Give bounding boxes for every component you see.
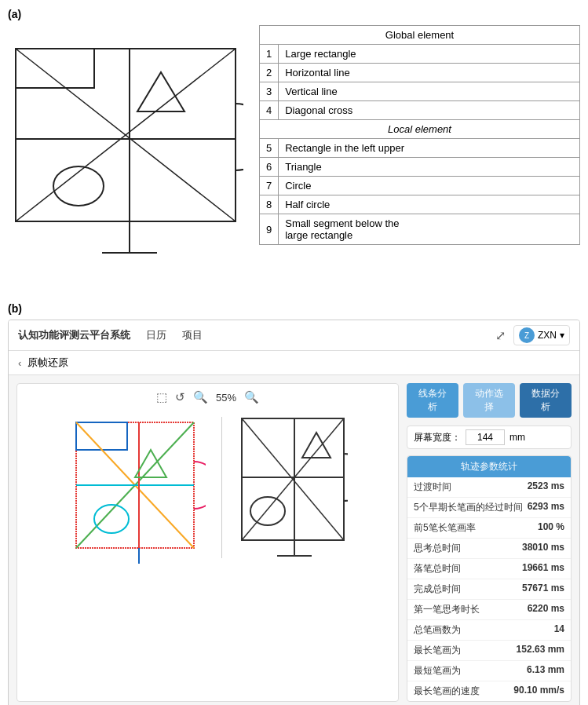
stat-label: 总笔画数为 — [414, 623, 461, 637]
stat-row: 过渡时间2523 ms — [407, 477, 571, 498]
table-row: 3 Vertical line — [260, 82, 580, 101]
stat-row: 总笔画数为14 — [407, 620, 571, 641]
screen-width-unit: mm — [509, 432, 525, 443]
global-header-row: Global element — [260, 26, 580, 45]
select-icon[interactable]: ⬚ — [156, 390, 167, 404]
stat-label: 前5笔长笔画率 — [414, 521, 476, 535]
table-row: 8 Half circle — [260, 195, 580, 214]
table-row: 1 Large rectangle — [260, 45, 580, 64]
stat-value: 14 — [554, 623, 564, 637]
svg-rect-11 — [76, 422, 127, 450]
stat-row: 落笔总时间19661 ms — [407, 559, 571, 579]
global-header-cell: Global element — [260, 26, 580, 45]
line-analysis-button[interactable]: 线条分析 — [407, 383, 458, 418]
row-num: 7 — [260, 177, 279, 195]
local-header-row: Local element — [260, 120, 580, 139]
app-window: 认知功能评测云平台系统 日历 项目 ⤢ Z ZXN ▾ ‹ 原帧还原 — [8, 320, 580, 705]
stat-row: 完成总时间57671 ms — [407, 579, 571, 600]
right-panel: 线条分析 动作选择 数据分析 屏幕宽度： mm 轨迹参数统计 过渡时间2523 … — [407, 383, 572, 702]
canvas-drawings — [24, 411, 392, 564]
row-num: 9 — [260, 214, 279, 245]
stat-row: 最短笔画为6.13 mm — [407, 661, 571, 681]
stat-label: 最长笔画为 — [414, 644, 461, 657]
stat-value: 6.13 mm — [527, 664, 564, 678]
stat-label: 落笔总时间 — [414, 562, 461, 575]
stat-label: 思考总时间 — [414, 542, 461, 555]
reference-drawing-svg — [238, 411, 348, 564]
svg-point-17 — [94, 505, 129, 533]
action-select-button[interactable]: 动作选择 — [463, 383, 515, 418]
row-label: Triangle — [279, 158, 580, 177]
row-num: 5 — [260, 139, 279, 158]
user-initials: Z — [524, 331, 529, 340]
user-drawing-svg — [68, 411, 206, 564]
table-row: 7 Circle — [260, 177, 580, 195]
user-avatar: Z — [519, 327, 535, 343]
row-num: 3 — [260, 82, 279, 101]
table-row: 4 Diagonal cross — [260, 101, 580, 120]
canvas-toolbar: ⬚ ↺ 🔍 55% 🔍 — [24, 390, 392, 404]
stat-label: 最长笔画的速度 — [414, 685, 480, 698]
row-label: Half circle — [279, 195, 580, 214]
stat-label: 第一笔思考时长 — [414, 603, 480, 616]
row-num: 1 — [260, 45, 279, 64]
section-a: (a) — [8, 8, 580, 287]
stat-row: 第一笔思考时长6220 ms — [407, 600, 571, 620]
stat-label: 过渡时间 — [414, 480, 451, 494]
row-num: 4 — [260, 101, 279, 120]
zoom-level: 55% — [216, 392, 236, 404]
stats-header: 轨迹参数统计 — [407, 456, 571, 477]
section-a-label: (a) — [8, 8, 580, 20]
back-button[interactable]: ‹ — [18, 357, 21, 369]
undo-icon[interactable]: ↺ — [175, 390, 185, 404]
table-row: 6 Triangle — [260, 158, 580, 177]
screen-width-input[interactable] — [466, 429, 505, 445]
table-row: 9 Small segment below thelarge rectangle — [260, 214, 580, 245]
row-num: 2 — [260, 64, 279, 82]
drawing-area — [8, 25, 243, 287]
element-table: Global element 1 Large rectangle 2 Horiz… — [259, 25, 580, 245]
svg-marker-25 — [302, 433, 331, 458]
canvas-divider — [221, 417, 222, 558]
row-label: Small segment below thelarge rectangle — [279, 214, 580, 245]
nav-project[interactable]: 项目 — [182, 328, 203, 342]
stat-value: 2523 ms — [528, 480, 564, 494]
data-analysis-button[interactable]: 数据分析 — [520, 383, 572, 418]
stat-label: 完成总时间 — [414, 583, 461, 596]
stat-value: 6220 ms — [528, 603, 564, 616]
nav-calendar[interactable]: 日历 — [146, 328, 166, 342]
stat-value: 100 % — [538, 521, 564, 535]
app-title: 认知功能评测云平台系统 — [18, 328, 130, 342]
screen-width-row: 屏幕宽度： mm — [407, 426, 572, 449]
user-badge[interactable]: Z ZXN ▾ — [513, 325, 570, 345]
local-header-cell: Local element — [260, 120, 580, 139]
svg-point-24 — [250, 497, 285, 525]
expand-icon[interactable]: ⤢ — [495, 328, 506, 343]
stat-value: 57671 ms — [522, 583, 564, 596]
stat-value: 6293 ms — [528, 501, 564, 514]
page-title: 原帧还原 — [27, 356, 68, 370]
chevron-down-icon: ▾ — [560, 330, 564, 341]
svg-rect-5 — [16, 49, 94, 88]
row-label: Horizontal line — [279, 64, 580, 82]
row-label: Large rectangle — [279, 45, 580, 64]
stat-label: 5个早期长笔画的经过时间 — [414, 501, 523, 514]
sub-header: ‹ 原帧还原 — [9, 351, 579, 375]
stat-label: 最短笔画为 — [414, 664, 461, 678]
row-num: 8 — [260, 195, 279, 214]
stat-value: 152.63 mm — [517, 644, 564, 657]
stats-list: 过渡时间2523 ms5个早期长笔画的经过时间6293 ms前5笔长笔画率100… — [407, 477, 571, 701]
row-label: Circle — [279, 177, 580, 195]
zoom-in-icon[interactable]: 🔍 — [244, 390, 259, 404]
stat-row: 前5笔长笔画率100 % — [407, 518, 571, 539]
row-num: 6 — [260, 158, 279, 177]
svg-marker-6 — [137, 72, 184, 111]
stat-row: 最长笔画为152.63 mm — [407, 641, 571, 661]
stats-panel: 轨迹参数统计 过渡时间2523 ms5个早期长笔画的经过时间6293 ms前5笔… — [407, 455, 572, 702]
section-b: (b) 认知功能评测云平台系统 日历 项目 ⤢ Z ZXN ▾ ‹ 原帧还原 — [8, 302, 580, 705]
zoom-out-icon[interactable]: 🔍 — [193, 390, 208, 404]
screen-width-label: 屏幕宽度： — [414, 431, 461, 444]
section-b-label: (b) — [8, 302, 580, 315]
main-content: ⬚ ↺ 🔍 55% 🔍 — [9, 375, 579, 705]
figure-a-svg — [8, 25, 243, 284]
